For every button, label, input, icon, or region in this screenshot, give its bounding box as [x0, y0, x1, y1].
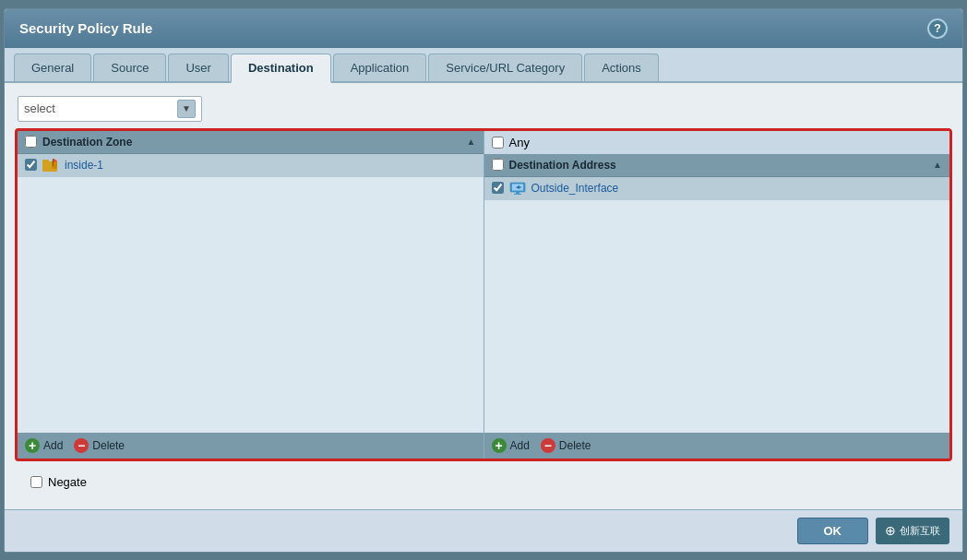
negate-checkbox[interactable]: [30, 476, 42, 488]
address-row-outside-link[interactable]: Outside_Interface: [531, 182, 619, 195]
panels-row: Destination Zone ▲: [18, 131, 949, 459]
svg-rect-1: [42, 160, 49, 163]
destination-address-panel: Any Destination Address ▲: [484, 131, 950, 459]
tab-source[interactable]: Source: [93, 54, 166, 81]
tab-general[interactable]: General: [14, 54, 91, 81]
negate-row: Negate: [18, 468, 949, 496]
tab-user[interactable]: User: [168, 54, 228, 81]
destination-zone-delete-label: Delete: [92, 439, 125, 452]
svg-rect-3: [53, 159, 54, 166]
destination-zone-header: Destination Zone ▲: [18, 131, 484, 154]
watermark-icon: ⊕: [885, 523, 896, 538]
any-row: Any: [484, 131, 950, 154]
help-icon[interactable]: ?: [927, 18, 948, 39]
zone-select-arrow[interactable]: ▼: [177, 100, 196, 118]
tab-content: select ▼ Destination Zone ▲: [5, 83, 962, 509]
tab-service-url[interactable]: Service/URL Category: [428, 54, 582, 81]
destination-address-delete-label: Delete: [559, 439, 591, 452]
add-icon: +: [25, 438, 40, 453]
destination-zone-footer: + Add − Delete: [18, 433, 484, 459]
destination-zone-sort-icon[interactable]: ▲: [467, 137, 476, 147]
destination-address-footer: + Add − Delete: [484, 433, 950, 459]
address-row-outside-checkbox[interactable]: [492, 182, 504, 194]
destination-zone-body: inside-1: [18, 154, 484, 433]
tab-bar: General Source User Destination Applicat…: [5, 48, 962, 83]
svg-rect-8: [514, 194, 521, 195]
destination-zone-panel: Destination Zone ▲: [18, 131, 484, 459]
zone-select[interactable]: select ▼: [18, 96, 202, 122]
address-row-outside: Outside_Interface: [484, 177, 950, 200]
destination-address-all-checkbox[interactable]: [492, 159, 504, 171]
destination-address-delete-btn[interactable]: − Delete: [541, 438, 591, 453]
watermark: ⊕ 创新互联: [876, 518, 949, 544]
zone-row-inside1-checkbox[interactable]: [25, 159, 37, 171]
panels-container: Destination Zone ▲: [18, 131, 949, 459]
destination-address-body: Outside_Interface: [484, 177, 950, 433]
tab-destination[interactable]: Destination: [231, 54, 331, 83]
delete-icon-2: −: [541, 438, 555, 453]
destination-zone-delete-btn[interactable]: − Delete: [74, 438, 125, 453]
zone-select-value: select: [24, 101, 177, 115]
svg-rect-10: [519, 186, 521, 187]
zone-row-inside1: inside-1: [18, 154, 484, 177]
destination-address-header: Destination Address ▲: [484, 154, 950, 177]
negate-label: Negate: [48, 475, 87, 489]
destination-zone-add-label: Add: [43, 439, 63, 452]
top-bar: select ▼: [18, 96, 949, 122]
destination-address-label: Destination Address: [509, 159, 928, 172]
dialog-header: Security Policy Rule ?: [5, 9, 962, 48]
delete-icon: −: [74, 438, 89, 453]
destination-address-add-label: Add: [510, 439, 530, 452]
any-label: Any: [509, 136, 530, 149]
zone-icon: [42, 159, 59, 172]
destination-address-add-btn[interactable]: + Add: [492, 438, 530, 453]
tab-actions[interactable]: Actions: [584, 54, 659, 81]
zone-row-inside1-link[interactable]: inside-1: [65, 159, 103, 172]
any-checkbox[interactable]: [492, 137, 504, 149]
destination-zone-label: Destination Zone: [42, 136, 461, 149]
watermark-text: 创新互联: [900, 524, 940, 538]
interface-icon: [509, 182, 526, 195]
dialog-title: Security Policy Rule: [19, 20, 152, 36]
svg-rect-7: [516, 192, 519, 194]
security-policy-dialog: Security Policy Rule ? General Source Us…: [4, 8, 963, 553]
dialog-footer: OK ⊕ 创新互联: [5, 509, 962, 552]
destination-address-sort-icon[interactable]: ▲: [933, 160, 942, 170]
add-icon-2: +: [492, 438, 507, 453]
ok-button[interactable]: OK: [797, 518, 869, 544]
destination-zone-all-checkbox[interactable]: [25, 136, 37, 148]
destination-zone-add-btn[interactable]: + Add: [25, 438, 63, 453]
tab-application[interactable]: Application: [333, 54, 427, 81]
